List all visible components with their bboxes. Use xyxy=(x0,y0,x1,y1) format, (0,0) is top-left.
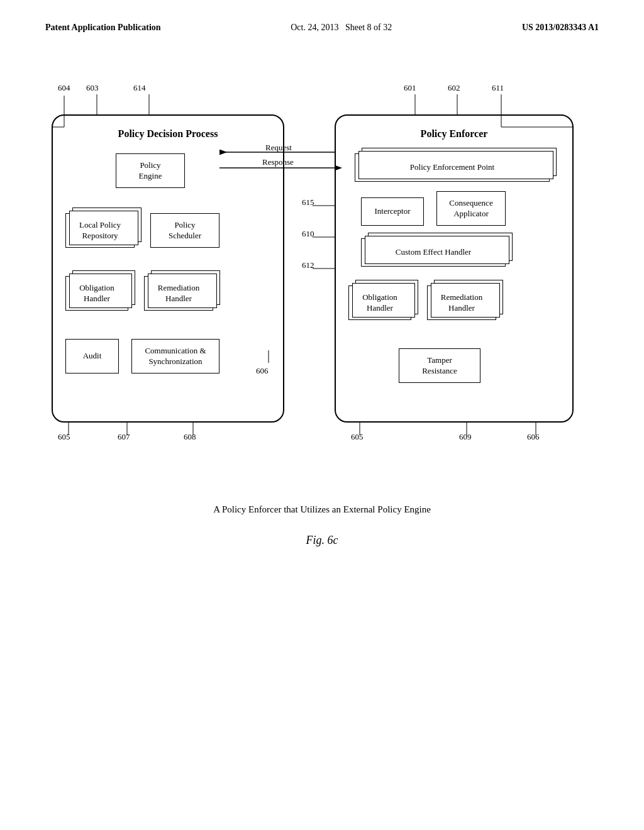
local-policy-repository-box: Local PolicyRepository xyxy=(65,213,135,248)
header-sheet: Sheet 8 of 32 xyxy=(345,23,392,32)
ref-611: 611 xyxy=(492,83,504,93)
interceptor-box: Interceptor xyxy=(361,197,424,226)
consequence-applicator-box: ConsequenceApplicator xyxy=(436,191,506,226)
ref-601: 601 xyxy=(404,83,416,93)
ref-615: 615 xyxy=(302,197,314,208)
audit-box: Audit xyxy=(65,339,119,374)
obligation-handler-right-box: ObligationHandler xyxy=(348,285,411,320)
header-date: Oct. 24, 2013 xyxy=(291,23,338,32)
right-box-title: Policy Enforcer xyxy=(421,128,488,140)
policy-engine-box: PolicyEngine xyxy=(116,153,185,188)
request-label: Request xyxy=(265,143,292,153)
header-left: Patent Application Publication xyxy=(45,23,161,33)
policy-engine-label: PolicyEngine xyxy=(139,160,162,182)
obligation-handler-left-label: ObligationHandler xyxy=(79,283,114,304)
response-label: Response xyxy=(262,157,294,167)
remediation-handler-left-label: RemediationHandler xyxy=(158,283,199,304)
ref-609: 609 xyxy=(459,432,472,442)
ref-605-left: 605 xyxy=(58,432,70,442)
ref-605-right: 605 xyxy=(351,432,364,442)
page: Patent Application Publication Oct. 24, … xyxy=(0,0,644,830)
obligation-handler-left-box: ObligationHandler xyxy=(65,276,128,311)
policy-enforcement-point-label: Policy Enforcement Point xyxy=(410,162,494,173)
communication-sync-box: Communication &Synchronization xyxy=(131,339,219,374)
ref-610: 610 xyxy=(302,229,314,239)
left-box-title: Policy Decision Process xyxy=(118,128,218,140)
ref-614: 614 xyxy=(133,83,146,93)
policy-enforcer-box: Policy Enforcer Policy Enforcement Point… xyxy=(335,114,574,423)
consequence-applicator-label: ConsequenceApplicator xyxy=(449,198,492,219)
diagram-area: 604 603 614 601 602 611 Policy Decision … xyxy=(52,83,592,485)
obligation-handler-right-label: ObligationHandler xyxy=(362,292,397,314)
remediation-handler-right-label: RemediationHandler xyxy=(441,292,482,314)
header-right: US 2013/0283343 A1 xyxy=(522,23,599,33)
figure-label: Fig. 6c xyxy=(0,534,644,547)
ref-606-left: 606 xyxy=(256,366,269,376)
ref-606-right: 606 xyxy=(527,432,540,442)
tamper-resistance-box: TamperResistance xyxy=(399,348,480,383)
header-center: Oct. 24, 2013 Sheet 8 of 32 xyxy=(291,23,392,33)
local-policy-repository-label: Local PolicyRepository xyxy=(79,220,121,241)
ref-607: 607 xyxy=(118,432,130,442)
ref-612: 612 xyxy=(302,260,314,270)
caption: A Policy Enforcer that Utilizes an Exter… xyxy=(0,504,644,515)
audit-label: Audit xyxy=(83,351,102,362)
remediation-handler-right-box: RemediationHandler xyxy=(427,285,496,320)
communication-sync-label: Communication &Synchronization xyxy=(145,346,206,367)
ref-608: 608 xyxy=(184,432,196,442)
policy-enforcement-point-box: Policy Enforcement Point xyxy=(355,153,550,182)
policy-scheduler-label: PolicyScheduler xyxy=(169,220,201,241)
remediation-handler-left-box: RemediationHandler xyxy=(144,276,213,311)
policy-decision-process-box: Policy Decision Process PolicyEngine Loc… xyxy=(52,114,284,423)
ref-602: 602 xyxy=(448,83,460,93)
custom-effect-handler-label: Custom Effect Handler xyxy=(396,247,471,258)
header: Patent Application Publication Oct. 24, … xyxy=(0,0,644,33)
ref-604: 604 xyxy=(58,83,70,93)
custom-effect-handler-box: Custom Effect Handler xyxy=(361,238,506,267)
interceptor-label: Interceptor xyxy=(374,206,410,217)
tamper-resistance-label: TamperResistance xyxy=(422,355,457,377)
policy-scheduler-box: PolicyScheduler xyxy=(150,213,219,248)
ref-603: 603 xyxy=(86,83,99,93)
